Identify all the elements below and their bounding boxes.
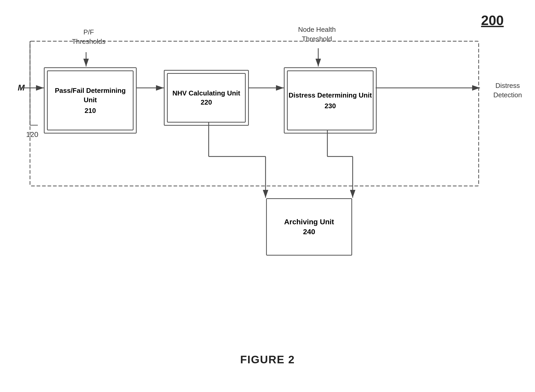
diagram-arrows bbox=[0, 0, 535, 392]
pass-fail-title: Pass/Fail Determining Unit bbox=[48, 86, 133, 104]
distress-unit: Distress Determining Unit 230 bbox=[287, 70, 374, 130]
ref-120-label: 120 bbox=[26, 130, 38, 139]
figure-caption: FIGURE 2 bbox=[240, 353, 295, 366]
pf-threshold-label: P/FThresholds bbox=[63, 27, 115, 46]
archiving-title: Archiving Unit240 bbox=[284, 217, 334, 237]
pass-fail-number: 210 bbox=[85, 107, 96, 115]
figure-number: 200 bbox=[481, 13, 504, 28]
distress-number: 230 bbox=[324, 102, 336, 110]
distress-title: Distress Determining Unit bbox=[288, 91, 372, 100]
diagram-container: 200 P/FThresholds Node HealthThreshold M… bbox=[0, 0, 535, 392]
archiving-unit: Archiving Unit240 bbox=[266, 198, 352, 256]
m-input-label: M bbox=[18, 83, 25, 93]
pass-fail-unit: Pass/Fail Determining Unit 210 bbox=[47, 70, 134, 130]
node-health-label: Node HealthThreshold bbox=[284, 25, 350, 44]
nhv-unit: NHV Calculating Unit 220 bbox=[167, 73, 246, 123]
distress-detection-label: DistressDetection bbox=[493, 81, 522, 100]
nhv-title: NHV Calculating Unit 220 bbox=[168, 89, 245, 107]
